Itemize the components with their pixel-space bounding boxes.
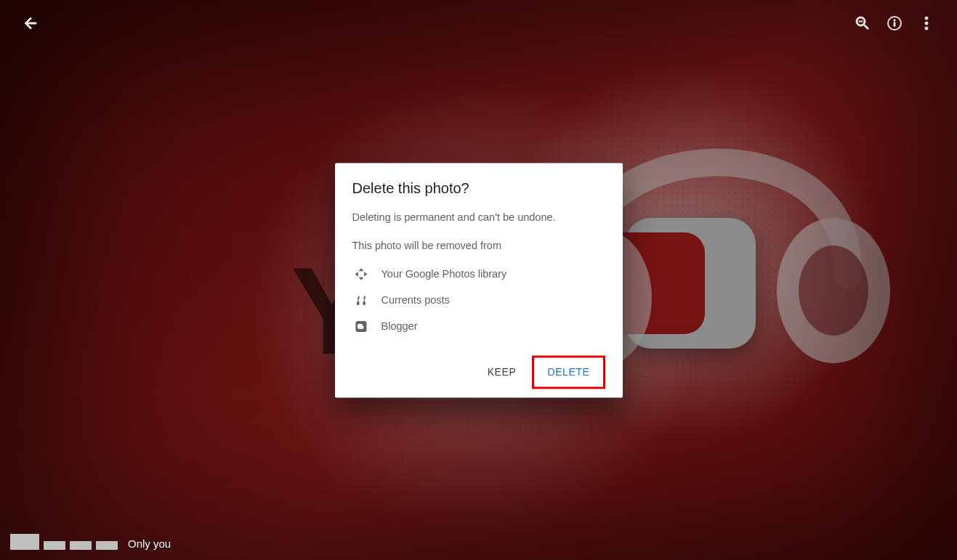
delete-button[interactable]: Delete xyxy=(537,359,599,385)
visibility-label: Only you xyxy=(128,537,171,550)
more-vert-icon xyxy=(918,15,935,32)
thumbnail[interactable] xyxy=(44,541,65,550)
svg-point-7 xyxy=(925,27,928,30)
blogger-icon xyxy=(354,319,368,333)
thumbnail-strip[interactable] xyxy=(10,534,118,550)
dialog-warning-text: Deleting is permanent and can't be undon… xyxy=(352,210,605,225)
zoom-out-icon xyxy=(854,15,871,32)
delete-photo-dialog: Delete this photo? Deleting is permanent… xyxy=(335,163,623,397)
info-icon xyxy=(886,15,903,32)
dialog-removal-intro: This photo will be removed from xyxy=(352,238,605,253)
photos-icon xyxy=(354,267,368,281)
svg-rect-4 xyxy=(894,23,895,27)
removal-item-blogger: Blogger xyxy=(352,313,605,339)
photo-viewer-footer: Only you xyxy=(0,527,957,560)
svg-point-6 xyxy=(925,22,928,25)
thumbnail[interactable] xyxy=(70,541,92,550)
removal-item-currents: Currents posts xyxy=(352,287,605,313)
dialog-actions: Keep Delete xyxy=(352,345,605,389)
back-button[interactable] xyxy=(15,7,47,39)
currents-icon xyxy=(354,293,368,307)
keep-button[interactable]: Keep xyxy=(477,355,527,389)
zoom-out-button[interactable] xyxy=(847,7,879,39)
removal-item-label: Currents posts xyxy=(381,294,450,306)
photo-viewer-toolbar xyxy=(0,0,957,46)
svg-point-5 xyxy=(925,17,928,20)
removal-item-label: Blogger xyxy=(381,320,418,332)
dialog-title: Delete this photo? xyxy=(352,180,605,197)
removal-list: Your Google Photos library Currents post… xyxy=(352,261,605,345)
delete-button-highlight: Delete xyxy=(532,355,605,389)
thumbnail[interactable] xyxy=(10,534,39,550)
arrow-left-icon xyxy=(22,15,39,32)
more-options-button[interactable] xyxy=(910,7,942,39)
info-button[interactable] xyxy=(879,7,910,39)
removal-item-label: Your Google Photos library xyxy=(381,268,507,280)
svg-point-3 xyxy=(894,20,895,21)
removal-item-photos: Your Google Photos library xyxy=(352,261,605,287)
thumbnail[interactable] xyxy=(96,541,118,550)
